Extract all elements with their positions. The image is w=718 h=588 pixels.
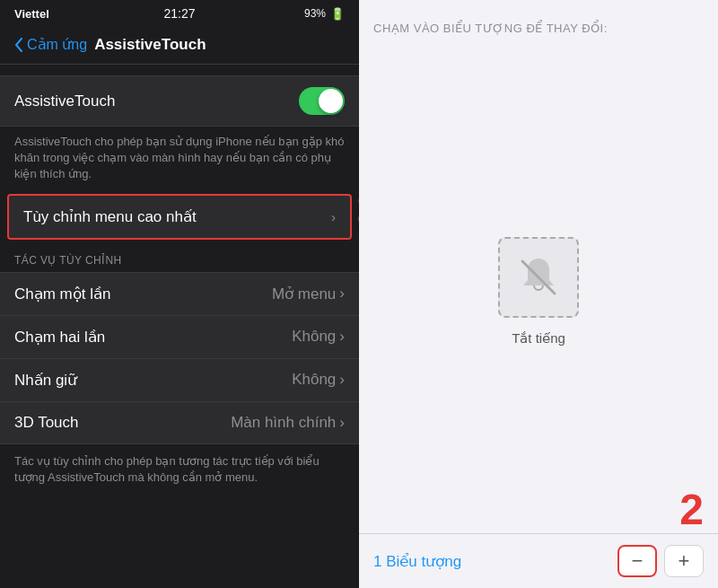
left-panel: Viettel 21:27 93% 🔋 Cảm ứng AssistiveTou…	[0, 0, 359, 588]
icon-label: Tắt tiếng	[512, 330, 565, 347]
list-row[interactable]: Chạm hai lần Không ›	[0, 316, 359, 359]
row-value-2: Không ›	[292, 371, 345, 389]
back-label: Cảm ứng	[27, 36, 87, 53]
menu-row[interactable]: Tùy chỉnh menu cao nhất ›	[7, 194, 352, 240]
list-row[interactable]: Nhấn giữ Không ›	[0, 359, 359, 402]
custom-section-header: TÁC VỤ TÙY CHỈNH	[0, 240, 359, 272]
row-label-1: Chạm hai lần	[14, 328, 105, 347]
list-row[interactable]: Chạm một lần Mở menu ›	[0, 273, 359, 316]
nav-title: AssistiveTouch	[94, 36, 206, 54]
icon-box[interactable]	[498, 237, 579, 318]
carrier: Viettel	[14, 7, 49, 21]
toggle-description: AssistiveTouch cho phép bạn sử dụng iPho…	[0, 127, 359, 194]
icon-count: 1 Biểu tượng	[373, 552, 461, 571]
row-value-0: Mở menu ›	[272, 285, 345, 303]
battery-percent: 93%	[304, 7, 326, 20]
row-label-3: 3D Touch	[14, 414, 79, 432]
plus-button[interactable]: +	[664, 545, 704, 577]
battery-icon: 🔋	[330, 7, 345, 21]
row-label-0: Chạm một lần	[14, 285, 110, 303]
list-row[interactable]: 3D Touch Màn hình chính ›	[0, 402, 359, 443]
custom-section-list: Chạm một lần Mở menu › Chạm hai lần Khôn…	[0, 272, 359, 444]
back-chevron-icon	[14, 38, 23, 52]
minus-button[interactable]: −	[617, 545, 657, 577]
right-panel: CHẠM VÀO BIỂU TƯỢNG ĐỂ THAY ĐỔI: Tắt tiế…	[359, 0, 718, 588]
nav-bar: Cảm ứng AssistiveTouch	[0, 25, 359, 65]
right-header: CHẠM VÀO BIỂU TƯỢNG ĐỂ THAY ĐỔI:	[359, 0, 718, 49]
status-bar: Viettel 21:27 93% 🔋	[0, 0, 359, 25]
battery-status: 93% 🔋	[304, 7, 345, 21]
menu-row-label: Tùy chỉnh menu cao nhất	[23, 207, 197, 226]
row-value-1: Không ›	[292, 328, 345, 346]
bell-slash-icon	[514, 253, 563, 302]
menu-row-container: Tùy chỉnh menu cao nhất › 1	[0, 194, 359, 240]
assistivetouch-toggle[interactable]	[299, 87, 345, 115]
icon-area: Tắt tiếng	[498, 49, 579, 533]
menu-chevron-icon: ›	[331, 209, 336, 224]
badge-1: 1	[356, 187, 359, 230]
assistivetouch-toggle-row: AssistiveTouch	[0, 75, 359, 127]
toggle-label: AssistiveTouch	[14, 92, 115, 110]
row-label-2: Nhấn giữ	[14, 371, 77, 390]
clock: 21:27	[163, 6, 195, 21]
back-button[interactable]: Cảm ứng	[14, 36, 87, 53]
badge-2: 2	[679, 485, 704, 534]
bottom-bar: 1 Biểu tượng − +	[359, 533, 718, 588]
row-value-3: Màn hình chính ›	[231, 414, 345, 432]
bottom-description: Tác vụ tùy chỉnh cho phép bạn tương tác …	[0, 444, 359, 495]
